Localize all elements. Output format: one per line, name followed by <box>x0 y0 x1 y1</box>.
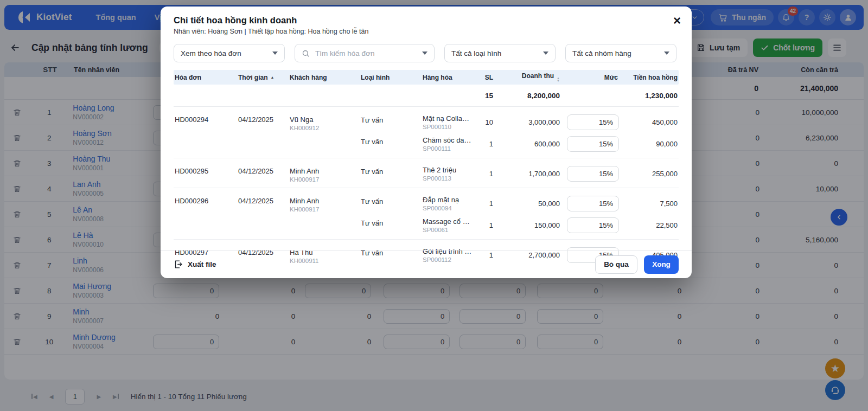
caret-down-icon <box>664 52 669 55</box>
col-customer: Khách hàng <box>285 74 356 81</box>
item-revenue: 600,000 <box>494 140 561 148</box>
invoice-number: HD000296 <box>174 197 234 205</box>
item-qty: 1 <box>473 200 494 208</box>
commission-rate-input[interactable] <box>567 114 619 130</box>
commission-table-header: Hóa đơn Thời gian▲ Khách hàng Loại hình … <box>174 70 679 85</box>
commission-rate-input[interactable] <box>567 166 619 182</box>
invoice-items: Tư vấn Đắp mặt nạ SP000094 1 50,000 7,50… <box>356 192 679 236</box>
modal-footer: Xuất file Bỏ qua Xong <box>161 250 692 278</box>
modal-subtitle: Nhân viên: Hoàng Sơn | Thiết lập hoa hồn… <box>174 28 679 35</box>
col-revenue[interactable]: Doanh thu▲▼ <box>494 72 561 82</box>
product-code: SP000094 <box>423 205 473 211</box>
invoice-group: HD000294 04/12/2025 Vũ Nga KH000912 Tư v… <box>174 107 679 158</box>
item-commission: 450,000 <box>619 118 679 126</box>
product-name: Mặt nạ Collagen <box>423 114 473 123</box>
customer-code: KH000912 <box>290 125 356 131</box>
item-qty: 10 <box>473 118 494 126</box>
commission-detail-modal: × Chi tiết hoa hồng kinh doanh Nhân viên… <box>161 7 692 278</box>
invoice-item-row: Tư vấn Chăm sóc da mặ... SP000111 1 600,… <box>356 133 679 155</box>
caret-down-icon <box>422 52 427 55</box>
total-commission: 1,230,000 <box>619 92 679 100</box>
item-commission: 90,000 <box>619 140 679 148</box>
item-revenue: 1,700,000 <box>494 170 561 178</box>
done-button[interactable]: Xong <box>644 255 679 274</box>
col-type: Loại hình <box>356 74 418 81</box>
col-rate: Mức <box>561 74 619 81</box>
export-file-button[interactable]: Xuất file <box>174 260 216 269</box>
commission-rate-input[interactable] <box>567 196 619 211</box>
commission-rate-input[interactable] <box>567 217 619 233</box>
col-time[interactable]: Thời gian▲ <box>234 74 285 81</box>
invoice-items: Tư vấn Mặt nạ Collagen SP000110 10 3,000… <box>356 111 679 155</box>
customer-name: Vũ Nga <box>290 115 356 124</box>
total-revenue: 8,200,000 <box>494 92 561 100</box>
invoice-info: HD000295 04/12/2025 Minh Anh KH000917 <box>174 163 356 184</box>
commission-totals-row: 15 8,200,000 1,230,000 <box>174 85 679 107</box>
invoice-item-row: Tư vấn Đắp mặt nạ SP000094 1 50,000 7,50… <box>356 192 679 214</box>
item-qty: 1 <box>473 140 494 148</box>
product-code: SP000113 <box>423 175 473 182</box>
view-by-value: Xem theo hóa đơn <box>181 49 272 57</box>
invoice-number: HD000294 <box>174 115 234 124</box>
export-icon <box>174 260 183 269</box>
item-revenue: 50,000 <box>494 200 561 208</box>
product-name: Chăm sóc da mặ... <box>423 136 473 144</box>
type-filter-value: Tất cả loại hình <box>451 49 543 57</box>
total-qty: 15 <box>473 92 494 100</box>
product-code: SP000110 <box>423 124 473 130</box>
customer-code: KH000917 <box>290 206 356 213</box>
col-commission: Tiền hoa hồng <box>619 74 679 81</box>
type-filter-select[interactable]: Tất cả loại hình <box>444 44 556 62</box>
invoice-search-input[interactable] <box>314 49 422 58</box>
app-root: KiotViet Tổng quanVị tríHàn e Thu ngân 4… <box>0 0 868 411</box>
item-type: Tư vấn <box>356 215 418 227</box>
caret-down-icon <box>272 52 278 55</box>
invoice-item-row: Tư vấn Mặt nạ Collagen SP000110 10 3,000… <box>356 111 679 133</box>
product-name: Đắp mặt nạ <box>423 196 473 204</box>
item-revenue: 150,000 <box>494 221 561 229</box>
item-commission: 255,000 <box>619 170 679 178</box>
customer-code: KH000917 <box>290 176 356 183</box>
invoice-item-row: Tư vấn Thẻ 2 triệu SP000113 1 1,700,000 … <box>356 163 679 184</box>
invoice-info: HD000294 04/12/2025 Vũ Nga KH000912 <box>174 111 356 155</box>
item-revenue: 3,000,000 <box>494 118 561 126</box>
modal-title: Chi tiết hoa hồng kinh doanh <box>174 15 679 25</box>
export-label: Xuất file <box>188 260 216 268</box>
product-code: SP000111 <box>423 145 473 152</box>
commission-table: Hóa đơn Thời gian▲ Khách hàng Loại hình … <box>174 70 679 269</box>
invoice-groups: HD000294 04/12/2025 Vũ Nga KH000912 Tư v… <box>174 107 679 269</box>
invoice-date: 04/12/2025 <box>234 167 285 175</box>
skip-button[interactable]: Bỏ qua <box>595 255 637 274</box>
item-type: Tư vấn <box>356 193 418 206</box>
group-filter-select[interactable]: Tất cả nhóm hàng <box>565 44 676 62</box>
modal-header: Chi tiết hoa hồng kinh doanh Nhân viên: … <box>161 7 692 35</box>
customer-name: Minh Anh <box>290 197 356 205</box>
caret-down-icon <box>543 52 548 55</box>
invoice-group: HD000296 04/12/2025 Minh Anh KH000917 Tư… <box>174 188 679 239</box>
invoice-items: Tư vấn Thẻ 2 triệu SP000113 1 1,700,000 … <box>356 163 679 184</box>
close-modal-button[interactable]: × <box>673 14 681 27</box>
item-type: Tư vấn <box>356 163 418 176</box>
invoice-number: HD000295 <box>174 167 234 175</box>
sort-asc-icon: ▲ <box>271 75 275 79</box>
col-qty: SL <box>473 74 494 81</box>
customer-name: Minh Anh <box>290 167 356 175</box>
sort-icon: ▲▼ <box>557 77 560 82</box>
item-commission: 7,500 <box>619 200 679 208</box>
group-filter-value: Tất cả nhóm hàng <box>572 49 664 57</box>
col-product: Hàng hóa <box>418 74 473 81</box>
invoice-search-select[interactable] <box>295 44 435 62</box>
invoice-info: HD000296 04/12/2025 Minh Anh KH000917 <box>174 192 356 236</box>
item-qty: 1 <box>473 170 494 178</box>
commission-rate-input[interactable] <box>567 136 619 152</box>
col-invoice: Hóa đơn <box>174 74 234 81</box>
item-qty: 1 <box>473 221 494 229</box>
product-code: SP00061 <box>423 227 473 233</box>
modal-filters: Xem theo hóa đơn Tất cả loại hình Tất cả… <box>174 44 679 62</box>
invoice-date: 04/12/2025 <box>234 197 285 205</box>
item-type: Tư vấn <box>356 133 418 146</box>
search-icon <box>302 49 310 57</box>
view-by-select[interactable]: Xem theo hóa đơn <box>174 44 285 62</box>
product-name: Thẻ 2 triệu <box>423 166 473 174</box>
invoice-group: HD000295 04/12/2025 Minh Anh KH000917 Tư… <box>174 158 679 188</box>
